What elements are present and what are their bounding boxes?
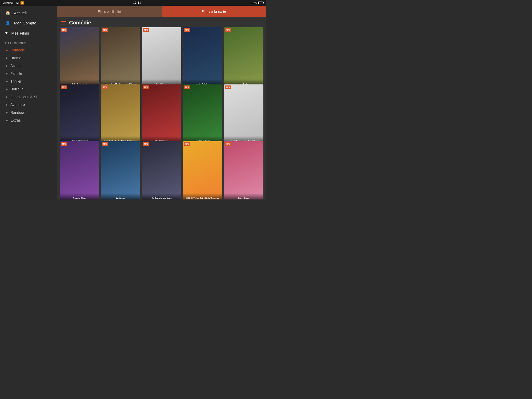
discount-badge-3: 40% — [143, 28, 149, 32]
sidebar-item-extras[interactable]: ▶ Extras — [0, 116, 57, 124]
hamburger-menu-icon[interactable] — [61, 21, 66, 24]
movie-poster-9 — [183, 84, 222, 144]
carrier-label: Aucune SIM — [3, 1, 19, 4]
movie-poster-15 — [224, 141, 263, 200]
movie-card-7[interactable]: 40%Les Tuche 2 - Le Rêve Américain — [101, 84, 140, 144]
movie-poster-8 — [142, 84, 181, 144]
sidebar-item-famille[interactable]: ▶ Famille — [0, 70, 57, 77]
discount-badge-8: 40% — [143, 85, 149, 89]
movie-poster-14 — [183, 141, 222, 200]
battery-fill — [258, 2, 259, 4]
movie-title-13: Je Compte sur Vous — [142, 193, 181, 200]
movie-card-15[interactable]: 40%Larry Gaye — [224, 141, 263, 200]
arrow-icon-comedie: ▶ — [6, 49, 8, 51]
movie-card-9[interactable]: 40%Une Folle Envie — [183, 84, 222, 144]
sidebar-item-action[interactable]: ▶ Action — [0, 62, 57, 70]
sidebar-item-comedie[interactable]: ▶ Comédie — [0, 46, 57, 54]
status-right: 15 % — [250, 1, 263, 4]
arrow-icon-aventure: ▶ — [6, 104, 8, 106]
discount-badge-2: 40% — [102, 28, 108, 32]
sidebar-mes-films-label: Mes Films — [11, 31, 29, 35]
movie-card-6[interactable]: 40%Mise à l'Épreuve 2 — [60, 84, 99, 144]
movie-poster-10 — [224, 84, 263, 144]
sidebar-mon-compte-label: Mon Compte — [14, 21, 36, 25]
discount-badge-5: 40% — [225, 28, 231, 32]
discount-badge-12: 40% — [102, 142, 108, 146]
sidebar-item-aventure[interactable]: ▶ Aventure — [0, 101, 57, 109]
home-icon: 🏠 — [5, 10, 10, 15]
movie-grid: 40%Adopte un Veuf40%Marseille - Un film … — [57, 27, 266, 200]
movie-card-14[interactable]: 40%OSS 117 - Le Caire Nid d'Espions — [183, 141, 222, 200]
sidebar-item-rainbow[interactable]: ▶ Rainbow — [0, 109, 57, 116]
discount-badge-15: 40% — [225, 142, 231, 146]
cat-rainbow-label: Rainbow — [10, 110, 24, 115]
discount-badge-13: 40% — [143, 142, 149, 146]
movie-card-10[interactable]: 40%How to Plan a... in a Small Town — [224, 84, 263, 144]
arrow-icon-drame: ▶ — [6, 57, 8, 59]
movie-card-8[interactable]: 40%Tout Schuss — [142, 84, 181, 144]
sidebar: 🏠 Accueil 👤 Mon Compte ♥ Mes Films CATEG… — [0, 6, 57, 200]
movie-title-12: La Vache — [101, 193, 140, 200]
tab-illimite[interactable]: Films en illimité — [57, 6, 162, 17]
movie-card-2[interactable]: 40%Marseille - Un film de Kad Merad — [101, 27, 140, 87]
movie-poster-5 — [224, 27, 263, 87]
arrow-icon-fantastique: ▶ — [6, 96, 8, 98]
cat-fantastique-label: Fantastique & SF — [10, 95, 38, 99]
sidebar-item-accueil[interactable]: 🏠 Accueil — [0, 8, 57, 18]
movie-card-5[interactable]: 40%Les Tuche — [224, 27, 263, 87]
content-area: Films en illimité Films à la carte Coméd… — [57, 6, 266, 200]
movie-poster-3 — [142, 27, 181, 87]
discount-badge-1: 40% — [61, 28, 67, 32]
main-layout: 🏠 Accueil 👤 Mon Compte ♥ Mes Films CATEG… — [0, 6, 266, 200]
heart-icon: ♥ — [5, 31, 8, 35]
movie-card-1[interactable]: 40%Adopte un Veuf — [60, 27, 99, 87]
movie-poster-13 — [142, 141, 181, 200]
categories-header: CATEGORIES — [0, 38, 57, 46]
movie-card-12[interactable]: 40%La Vache — [101, 141, 140, 200]
wifi-icon: 📶 — [20, 1, 24, 5]
discount-badge-14: 40% — [184, 142, 190, 146]
movie-poster-4 — [183, 27, 222, 87]
sidebar-item-mes-films[interactable]: ♥ Mes Films — [0, 28, 57, 38]
cat-action-label: Action — [10, 64, 21, 68]
section-title: Comédie — [69, 20, 91, 26]
arrow-icon-rainbow: ▶ — [6, 111, 8, 114]
sidebar-item-thriller[interactable]: ▶ Thriller — [0, 77, 57, 85]
cat-comedie-label: Comédie — [10, 48, 25, 52]
cat-famille-label: Famille — [10, 71, 22, 76]
tab-bar: Films en illimité Films à la carte — [57, 6, 266, 17]
arrow-icon-action: ▶ — [6, 65, 8, 67]
account-icon: 👤 — [5, 21, 10, 25]
movie-poster-11 — [60, 141, 99, 200]
status-left: Aucune SIM 📶 — [3, 1, 24, 5]
battery-label: 15 % — [250, 1, 257, 4]
arrow-icon-famille: ▶ — [6, 72, 8, 75]
movie-poster-1 — [60, 27, 99, 87]
sidebar-item-fantastique-sf[interactable]: ▶ Fantastique & SF — [0, 93, 57, 101]
arrow-icon-extras: ▶ — [6, 119, 8, 122]
sidebar-item-mon-compte[interactable]: 👤 Mon Compte — [0, 18, 57, 28]
movie-card-11[interactable]: 40%Rosalie Blum — [60, 141, 99, 200]
discount-badge-4: 40% — [184, 28, 190, 32]
tab-illimite-label: Films en illimité — [98, 10, 121, 14]
cat-thriller-label: Thriller — [10, 79, 22, 83]
movie-card-3[interactable]: 40%Ave César ! — [142, 27, 181, 87]
cat-extras-label: Extras — [10, 118, 21, 122]
sidebar-accueil-label: Accueil — [14, 11, 26, 15]
movie-poster-2 — [101, 27, 140, 87]
status-bar: Aucune SIM 📶 17:11 15 % — [0, 0, 266, 6]
movie-title-11: Rosalie Blum — [60, 193, 99, 200]
cat-horreur-label: Horreur — [10, 87, 23, 91]
discount-badge-7: 40% — [102, 85, 108, 89]
movie-title-15: Larry Gaye — [224, 193, 263, 200]
tab-carte[interactable]: Films à la carte — [162, 6, 266, 17]
sidebar-item-drame[interactable]: ▶ Drame — [0, 54, 57, 62]
movie-poster-6 — [60, 84, 99, 144]
section-header: Comédie — [57, 17, 266, 27]
tab-carte-label: Films à la carte — [202, 10, 226, 14]
movie-card-4[interactable]: 40%Amis Publics — [183, 27, 222, 87]
discount-badge-10: 40% — [225, 85, 231, 89]
sidebar-item-horreur[interactable]: ▶ Horreur — [0, 85, 57, 93]
movie-card-13[interactable]: 40%Je Compte sur Vous — [142, 141, 181, 200]
cat-drame-label: Drame — [10, 56, 21, 60]
